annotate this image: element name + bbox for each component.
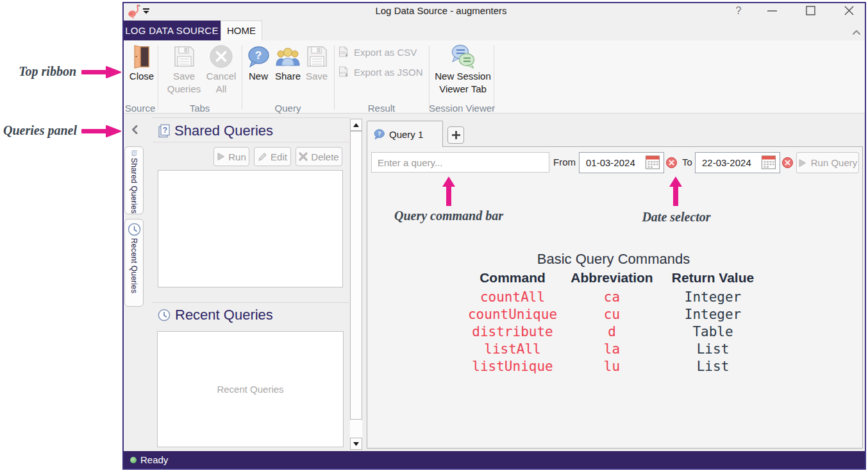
save-queries-button[interactable]: Save Queries xyxy=(167,44,201,94)
cell-command: distribute xyxy=(460,323,565,341)
collapse-panel-chevron-icon[interactable] xyxy=(129,124,140,135)
query-tab-label: Query 1 xyxy=(389,129,423,140)
group-label-result: Result xyxy=(334,103,429,114)
export-csv-button[interactable]: CSV Export as CSV xyxy=(338,46,417,58)
shared-queries-list[interactable] xyxy=(158,170,343,287)
open-door-icon xyxy=(131,44,152,69)
close-source-button[interactable]: Close xyxy=(128,44,156,81)
pencil-icon xyxy=(258,152,267,162)
recent-queries-list[interactable]: Recent Queries xyxy=(157,331,344,447)
new-query-button[interactable]: ? New xyxy=(246,44,271,81)
cell-abbreviation: lu xyxy=(565,358,658,375)
run-button[interactable]: Run xyxy=(213,147,249,166)
to-date-input[interactable]: 22-03-2024 xyxy=(695,152,780,173)
separator xyxy=(153,142,349,142)
help-button[interactable]: ? xyxy=(729,2,748,20)
cell-abbreviation: la xyxy=(565,341,658,358)
delete-button-label: Delete xyxy=(311,151,338,162)
cell-command: countAll xyxy=(460,289,565,306)
table-row: countAll ca Integer xyxy=(460,289,767,306)
tab-home[interactable]: HOME xyxy=(221,21,262,40)
clear-to-date-button[interactable] xyxy=(782,157,793,168)
separator xyxy=(153,117,349,118)
header-return-value: Return Value xyxy=(658,270,767,287)
table-row: listUnique lu List xyxy=(460,358,767,375)
svg-text:CSV: CSV xyxy=(340,51,346,55)
recent-queries-header: Recent Queries xyxy=(158,307,273,323)
calendar-icon[interactable] xyxy=(644,155,661,171)
button-label: Save xyxy=(173,71,195,81)
to-label: To xyxy=(682,152,692,173)
maximize-button[interactable] xyxy=(801,2,820,20)
maximize-icon xyxy=(805,5,816,16)
cell-return-value: List xyxy=(658,341,767,358)
svg-text:?: ? xyxy=(133,151,135,155)
floppy-disk-icon xyxy=(174,44,195,69)
button-label: New Session xyxy=(435,71,491,81)
header-abbreviation: Abbreviation xyxy=(565,270,658,287)
run-query-button[interactable]: Run Query xyxy=(796,152,859,173)
panel-scrollbar[interactable] xyxy=(350,119,362,450)
floppy-disk-icon xyxy=(306,44,328,69)
delete-button[interactable]: Delete xyxy=(296,147,342,166)
scroll-down-button[interactable] xyxy=(350,438,362,450)
cell-abbreviation: cu xyxy=(565,306,658,323)
calendar-icon[interactable] xyxy=(760,155,777,171)
table-row: listAll la List xyxy=(460,341,767,358)
group-separator xyxy=(158,46,158,110)
button-label: Cancel xyxy=(206,71,237,81)
cell-command: listUnique xyxy=(460,358,565,375)
header-command: Command xyxy=(460,270,565,287)
button-label: Share xyxy=(275,71,301,81)
csv-file-icon: CSV xyxy=(338,46,349,58)
sidebar-tab-shared-queries[interactable]: ? Shared Queries xyxy=(124,146,144,214)
cell-abbreviation: ca xyxy=(565,289,658,306)
clock-icon xyxy=(128,223,141,236)
table-row: distribute d Table xyxy=(460,323,767,341)
export-json-button[interactable]: JSON Export as JSON xyxy=(338,65,423,78)
button-label: Close xyxy=(129,71,154,81)
button-label: New xyxy=(249,71,268,81)
commands-table-header: Command Abbreviation Return Value xyxy=(460,270,767,287)
clear-from-date-button[interactable] xyxy=(666,157,677,168)
share-query-button[interactable]: Share xyxy=(274,44,301,81)
recent-queries-empty-text: Recent Queries xyxy=(217,384,283,395)
save-query-button[interactable]: Save xyxy=(305,44,329,81)
group-label-query: Query xyxy=(242,103,334,114)
tab-log-data-source[interactable]: LOG DATA SOURCE xyxy=(123,21,221,40)
from-date-input[interactable]: 01-03-2024 xyxy=(579,152,664,173)
cancel-all-button[interactable]: Cancel All xyxy=(204,44,238,94)
button-label: Export as CSV xyxy=(354,47,417,58)
sidebar-tab-label: Recent Queries xyxy=(129,238,138,293)
collapse-ribbon-icon[interactable] xyxy=(852,28,861,36)
scrollbar-thumb[interactable] xyxy=(350,131,362,420)
queries-panel: ? Shared Queries Run Edit xyxy=(153,114,349,451)
annotation-arrow-queries-panel xyxy=(81,124,122,139)
cell-abbreviation: d xyxy=(565,323,658,341)
group-separator xyxy=(242,46,242,110)
sidebar-tab-recent-queries[interactable]: Recent Queries xyxy=(124,219,144,307)
cell-return-value: Integer xyxy=(658,289,767,306)
annotation-top-ribbon: Top ribbon xyxy=(0,64,76,79)
new-session-viewer-tab-button[interactable]: New Session Viewer Tab xyxy=(434,44,492,94)
button-label: Export as JSON xyxy=(354,67,423,78)
group-separator xyxy=(429,46,430,110)
cell-return-value: Integer xyxy=(658,306,767,323)
close-window-button[interactable] xyxy=(839,2,858,20)
svg-text:?: ? xyxy=(378,130,381,137)
query-input[interactable] xyxy=(371,152,549,173)
edit-button[interactable]: Edit xyxy=(254,147,291,166)
query-tab-1[interactable]: ? Query 1 xyxy=(367,121,443,147)
minimize-button[interactable] xyxy=(762,2,781,20)
pages-question-icon: ? xyxy=(128,150,141,156)
close-icon xyxy=(844,5,855,16)
scroll-up-button[interactable] xyxy=(350,119,362,131)
triangle-up-icon xyxy=(353,123,359,127)
people-group-icon xyxy=(276,44,300,69)
speech-bubble-question-icon: ? xyxy=(374,129,385,140)
cell-return-value: Table xyxy=(658,323,767,341)
button-label: Save xyxy=(306,71,328,81)
speech-bubble-question-icon: ? xyxy=(247,44,269,69)
add-query-tab-button[interactable] xyxy=(447,126,464,144)
edit-button-label: Edit xyxy=(271,151,287,162)
